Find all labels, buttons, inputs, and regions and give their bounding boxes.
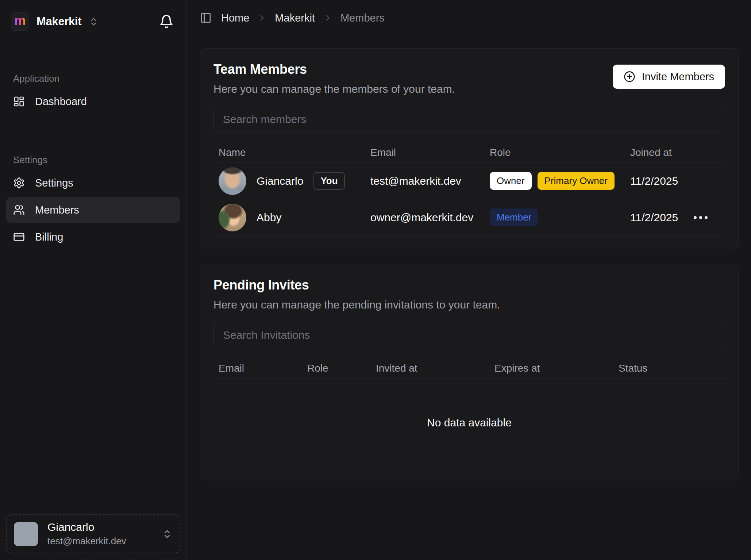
- main-header: Home Makerkit Members: [186, 0, 751, 36]
- invites-table-header: Email Role Invited at Expires at Status: [213, 358, 725, 379]
- avatar: [219, 167, 246, 195]
- breadcrumb-home[interactable]: Home: [221, 12, 249, 24]
- invite-members-button[interactable]: Invite Members: [613, 65, 725, 89]
- app-logo-letter: m: [14, 14, 26, 27]
- search-invitations-input[interactable]: [213, 323, 725, 347]
- row-actions-button[interactable]: [690, 211, 711, 224]
- circle-plus-icon: [624, 71, 635, 83]
- page-subtitle: Here you can manage the members of your …: [213, 83, 455, 95]
- app-logo: m: [11, 12, 29, 31]
- sidebar-item-dashboard[interactable]: Dashboard: [6, 89, 180, 114]
- notifications-button[interactable]: [158, 13, 175, 30]
- credit-card-icon: [13, 231, 25, 243]
- sidebar-item-billing[interactable]: Billing: [6, 224, 180, 250]
- members-table-header: Name Email Role Joined at: [213, 142, 725, 163]
- gear-icon: [13, 177, 25, 189]
- breadcrumb-members: Members: [340, 12, 385, 24]
- page-title: Team Members: [213, 62, 455, 77]
- chevron-right-icon: [323, 13, 332, 23]
- role-badge-member: Member: [490, 208, 538, 226]
- users-icon: [13, 204, 25, 216]
- sidebar-item-settings[interactable]: Settings: [6, 170, 180, 196]
- member-joined-at: 11/2/2025: [625, 211, 690, 224]
- sidebar-toggle-button[interactable]: [200, 12, 212, 24]
- sidebar-section-settings: Settings: [13, 154, 180, 166]
- dashboard-icon: [13, 96, 25, 107]
- chevron-right-icon: [257, 13, 267, 23]
- table-row: Abby owner@makerkit.dev Member 11/2/2025: [213, 199, 725, 236]
- bell-icon: [159, 14, 174, 29]
- user-email: test@makerkit.dev: [47, 536, 126, 547]
- search-members-input[interactable]: [213, 107, 725, 131]
- empty-state: No data available: [213, 379, 725, 467]
- column-header-email: Email: [365, 147, 485, 158]
- pending-invites-header: Pending Invites Here you can manage the …: [213, 277, 725, 311]
- member-joined-at: 11/2/2025: [625, 175, 690, 187]
- sidebar-item-label: Members: [35, 204, 79, 216]
- member-email: test@makerkit.dev: [365, 175, 485, 187]
- member-roles-cell: Member: [485, 208, 625, 226]
- sidebar-item-label: Settings: [35, 177, 73, 189]
- member-name: Giancarlo: [257, 175, 303, 187]
- breadcrumb: Home Makerkit Members: [221, 12, 385, 24]
- chevrons-up-down-icon: [162, 529, 172, 539]
- invite-members-label: Invite Members: [642, 71, 714, 83]
- member-roles-cell: Owner Primary Owner: [485, 172, 625, 190]
- ellipsis-icon: [694, 216, 697, 219]
- user-meta: Giancarlo test@makerkit.dev: [47, 521, 126, 547]
- empty-state-text: No data available: [427, 417, 512, 429]
- sidebar-item-label: Billing: [35, 231, 63, 243]
- pending-invites-card: Pending Invites Here you can manage the …: [200, 264, 739, 480]
- column-header-invited-at: Invited at: [371, 363, 489, 374]
- app-name: Makerkit: [36, 15, 81, 28]
- table-row: Giancarlo You test@makerkit.dev Owner Pr…: [213, 163, 725, 199]
- avatar: [219, 204, 246, 231]
- role-badge-owner: Owner: [490, 172, 532, 190]
- you-badge: You: [313, 172, 344, 190]
- user-name: Giancarlo: [47, 521, 126, 533]
- column-header-email: Email: [213, 363, 302, 374]
- sidebar: m Makerkit Application Dashboard Setting…: [0, 0, 186, 560]
- workspace-switcher[interactable]: m Makerkit: [11, 12, 99, 31]
- member-name: Abby: [257, 211, 281, 224]
- sidebar-item-label: Dashboard: [35, 96, 87, 108]
- section-subtitle: Here you can manage the pending invitati…: [213, 299, 500, 311]
- main-content: Home Makerkit Members Team Members Here …: [186, 0, 751, 560]
- team-members-card: Team Members Here you can manage the mem…: [200, 48, 739, 249]
- panel-left-icon: [200, 12, 212, 24]
- chevrons-up-down-icon: [89, 17, 99, 27]
- pending-invites-heading: Pending Invites Here you can manage the …: [213, 277, 500, 311]
- column-header-role: Role: [302, 363, 371, 374]
- section-title: Pending Invites: [213, 277, 500, 293]
- column-header-status: Status: [613, 363, 725, 374]
- user-menu-trigger[interactable]: Giancarlo test@makerkit.dev: [6, 514, 180, 553]
- member-name-cell: Giancarlo You: [213, 167, 365, 195]
- sidebar-header: m Makerkit: [6, 0, 180, 31]
- member-email: owner@makerkit.dev: [365, 211, 485, 224]
- column-header-role: Role: [485, 147, 625, 158]
- sidebar-section-application: Application: [13, 73, 180, 84]
- sidebar-item-members[interactable]: Members: [6, 197, 180, 223]
- team-members-header: Team Members Here you can manage the mem…: [213, 62, 725, 95]
- column-header-name: Name: [213, 147, 365, 158]
- team-members-heading: Team Members Here you can manage the mem…: [213, 62, 455, 95]
- member-name-cell: Abby: [213, 204, 365, 231]
- column-header-expires-at: Expires at: [489, 363, 613, 374]
- column-header-joined-at: Joined at: [625, 147, 690, 158]
- breadcrumb-makerkit[interactable]: Makerkit: [275, 12, 315, 24]
- avatar: [14, 522, 38, 546]
- role-badge-primary-owner: Primary Owner: [538, 172, 615, 190]
